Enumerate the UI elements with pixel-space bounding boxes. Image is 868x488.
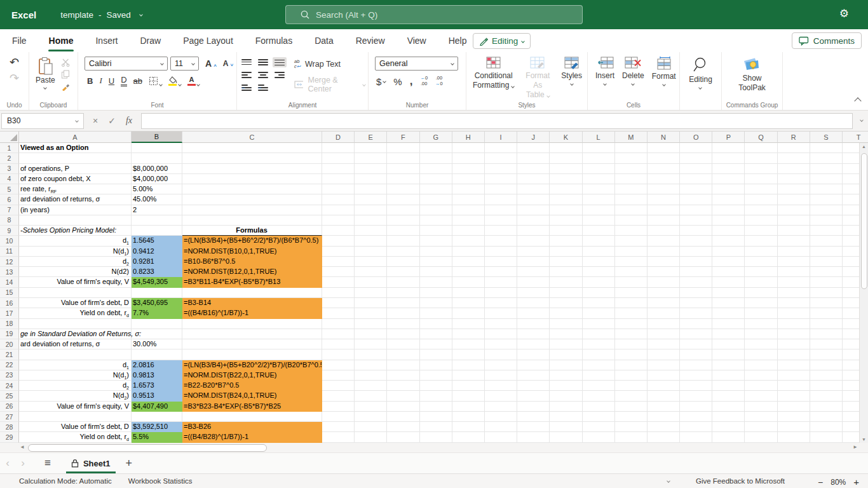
grid-cell[interactable]: Value of firm's debt, D [19, 422, 132, 432]
currency-format-button[interactable]: $ [376, 76, 386, 87]
grid-cell[interactable] [778, 194, 810, 205]
grid-cell[interactable] [583, 153, 615, 163]
grid-cell[interactable] [648, 205, 680, 215]
grid-cell[interactable] [550, 422, 582, 432]
grid-cell[interactable] [452, 215, 485, 226]
grid-cell[interactable] [19, 319, 132, 329]
grid-cell[interactable] [583, 164, 615, 174]
tab-view[interactable]: View [407, 30, 427, 51]
column-header-D[interactable]: D [322, 132, 355, 143]
align-bottom-button[interactable] [273, 57, 287, 67]
show-toolpak-button[interactable]: Show ToolPak [736, 57, 768, 93]
grid-cell[interactable] [452, 308, 485, 318]
grid-cell[interactable] [712, 215, 745, 226]
column-header-L[interactable]: L [583, 132, 615, 143]
grid-cell[interactable] [322, 153, 355, 163]
grid-cell[interactable] [355, 329, 387, 339]
grid-cell[interactable] [615, 370, 648, 381]
grid-cell[interactable]: d1 [19, 360, 132, 370]
grid-cell[interactable] [583, 432, 615, 442]
row-header-4[interactable]: 4 [0, 174, 19, 184]
grid-cell[interactable] [322, 257, 355, 267]
row-header-25[interactable]: 25 [0, 391, 19, 401]
grid-cell[interactable] [745, 288, 777, 298]
grid-cell[interactable] [452, 319, 485, 329]
grid-cell[interactable] [712, 236, 745, 246]
grid-cell[interactable]: =B3-B26 [182, 422, 322, 432]
grid-cell[interactable] [387, 267, 419, 277]
grid-cell[interactable]: =((B4/B16)^(1/B7))-1 [182, 308, 322, 318]
grid-cell[interactable] [550, 236, 582, 246]
grid-cell[interactable] [778, 381, 810, 391]
grid-cell[interactable]: 0.9513 [132, 391, 182, 401]
grid-cell[interactable] [550, 319, 582, 329]
grid-cell[interactable] [680, 370, 712, 381]
column-header-F[interactable]: F [387, 132, 419, 143]
grid-cell[interactable] [485, 349, 517, 360]
column-header-G[interactable]: G [420, 132, 452, 143]
row-header-19[interactable]: 19 [0, 329, 19, 339]
grid-cell[interactable] [550, 402, 582, 412]
grid-cell[interactable] [322, 215, 355, 226]
grid-cell[interactable] [680, 381, 712, 391]
grid-cell[interactable] [648, 391, 680, 401]
grid-cell[interactable] [712, 298, 745, 308]
grid-cell[interactable] [810, 194, 843, 205]
decrease-font-size-button[interactable]: A˅ [223, 59, 233, 68]
row-header-11[interactable]: 11 [0, 247, 19, 257]
grid-cell[interactable]: $4,407,490 [132, 402, 182, 412]
grid-cell[interactable] [485, 402, 517, 412]
grid-cell[interactable] [387, 319, 419, 329]
increase-indent-button[interactable]: → [256, 83, 270, 93]
grid-cell[interactable] [485, 360, 517, 370]
align-top-button[interactable] [240, 57, 254, 67]
grid-cell[interactable] [648, 267, 680, 277]
grid-cell[interactable]: =B22-B20*B7^0.5 [182, 381, 322, 391]
grid-cell[interactable] [680, 205, 712, 215]
grid-cell[interactable] [387, 143, 419, 153]
grid-cell[interactable] [420, 174, 452, 184]
row-header-27[interactable]: 27 [0, 412, 19, 422]
grid-cell[interactable] [420, 308, 452, 318]
grid-cell[interactable] [355, 164, 387, 174]
row-header-23[interactable]: 23 [0, 370, 19, 381]
grid-cell[interactable] [517, 288, 550, 298]
row-header-1[interactable]: 1 [0, 143, 19, 153]
grid-cell[interactable] [420, 298, 452, 308]
grid-cell[interactable] [387, 247, 419, 257]
grid-cell[interactable] [778, 412, 810, 422]
grid-cell[interactable]: N(d2) [19, 391, 132, 401]
document-title-group[interactable]: template - Saved [60, 10, 142, 20]
grid-cell[interactable] [810, 205, 843, 215]
grid-cell[interactable] [550, 277, 582, 287]
grid-cell[interactable] [550, 247, 582, 257]
grid-cell[interactable] [745, 391, 777, 401]
grid-cell[interactable] [322, 205, 355, 215]
grid-cell[interactable] [615, 412, 648, 422]
cancel-entry-icon[interactable]: × [93, 116, 98, 126]
grid-cell[interactable] [680, 391, 712, 401]
grid-cell[interactable] [745, 370, 777, 381]
grid-cell[interactable] [550, 143, 582, 153]
grid-cell[interactable] [745, 412, 777, 422]
grid-cell[interactable] [485, 226, 517, 236]
grid-cell[interactable] [615, 215, 648, 226]
grid-cell[interactable] [132, 226, 182, 236]
grid-cell[interactable] [648, 143, 680, 153]
zoom-in-button[interactable]: + [853, 477, 859, 487]
grid-cell[interactable]: Value of firm's equity, V [19, 402, 132, 412]
grid-cell[interactable] [517, 432, 550, 442]
grid-cell[interactable] [810, 226, 843, 236]
grid-cell[interactable] [355, 308, 387, 318]
grid-cell[interactable] [387, 370, 419, 381]
grid-cell[interactable] [387, 381, 419, 391]
row-header-22[interactable]: 22 [0, 360, 19, 370]
grid-cell[interactable]: 2 [132, 205, 182, 215]
grid-cell[interactable] [615, 391, 648, 401]
grid-cell[interactable] [583, 277, 615, 287]
redo-button[interactable]: ↷ [10, 72, 19, 85]
grid-cell[interactable] [452, 174, 485, 184]
grid-cell[interactable] [615, 205, 648, 215]
grid-cell[interactable] [745, 164, 777, 174]
grid-cell[interactable] [420, 194, 452, 205]
